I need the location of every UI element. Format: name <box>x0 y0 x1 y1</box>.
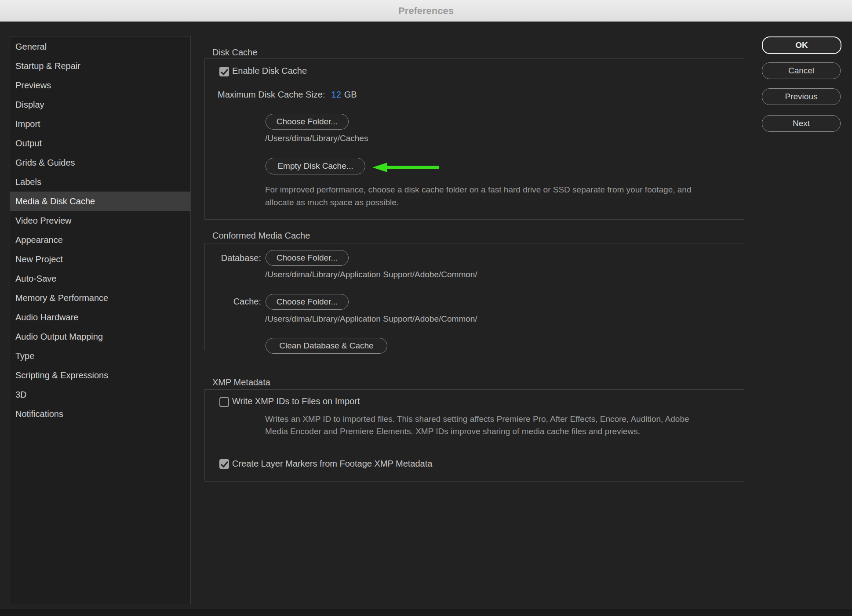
sidebar-item-media-disk-cache[interactable]: Media & Disk Cache <box>10 192 190 211</box>
sidebar-item-scripting-expressions[interactable]: Scripting & Expressions <box>10 366 190 385</box>
xmp-description-text: Writes an XMP ID to imported files. This… <box>265 413 709 438</box>
cache-path: /Users/dima/Library/Application Support/… <box>265 314 477 324</box>
sidebar-item-startup-repair[interactable]: Startup & Repair <box>10 56 190 76</box>
max-disk-cache-size-row: Maximum Disk Cache Size:12GB <box>218 90 357 100</box>
sidebar-item-type[interactable]: Type <box>10 346 190 366</box>
sidebar-item-notifications[interactable]: Notifications <box>10 404 190 424</box>
create-layer-markers-checkbox[interactable] <box>219 459 229 469</box>
preferences-dialog: Preferences General Startup & Repair Pre… <box>0 0 852 616</box>
write-xmp-ids-checkbox[interactable] <box>219 397 229 407</box>
disk-cache-choose-folder-button[interactable]: Choose Folder... <box>266 114 349 130</box>
sidebar-item-appearance[interactable]: Appearance <box>10 230 190 250</box>
disk-cache-section-title: Disk Cache <box>212 47 257 58</box>
enable-disk-cache-label[interactable]: Enable Disk Cache <box>232 66 307 76</box>
xmp-metadata-section-title: XMP Metadata <box>212 377 270 388</box>
sidebar-item-labels[interactable]: Labels <box>10 172 190 192</box>
sidebar-item-video-preview[interactable]: Video Preview <box>10 211 190 230</box>
clean-database-cache-button[interactable]: Clean Database & Cache <box>266 338 387 354</box>
cache-label: Cache: <box>209 297 261 307</box>
cancel-button[interactable]: Cancel <box>762 62 841 79</box>
window-bottom-edge <box>0 609 852 616</box>
sidebar-item-general[interactable]: General <box>10 37 190 56</box>
sidebar-item-new-project[interactable]: New Project <box>10 250 190 269</box>
sidebar-item-display[interactable]: Display <box>10 95 190 114</box>
sidebar-item-auto-save[interactable]: Auto-Save <box>10 269 190 288</box>
max-disk-cache-size-value[interactable]: 12 <box>331 90 341 99</box>
window-title: Preferences <box>398 5 454 17</box>
previous-button[interactable]: Previous <box>762 88 841 105</box>
next-button[interactable]: Next <box>762 115 841 132</box>
sidebar-item-memory-performance[interactable]: Memory & Performance <box>10 288 190 308</box>
empty-disk-cache-button[interactable]: Empty Disk Cache... <box>266 158 365 174</box>
database-label: Database: <box>209 253 261 263</box>
sidebar-item-3d[interactable]: 3D <box>10 385 190 404</box>
disk-cache-path: /Users/dima/Library/Caches <box>265 134 368 143</box>
cache-choose-folder-button[interactable]: Choose Folder... <box>266 294 349 310</box>
conformed-media-cache-section-title: Conformed Media Cache <box>212 231 310 241</box>
sidebar-item-grids-guides[interactable]: Grids & Guides <box>10 153 190 172</box>
database-path: /Users/dima/Library/Application Support/… <box>265 270 477 279</box>
sidebar-item-output[interactable]: Output <box>10 134 190 153</box>
database-choose-folder-button[interactable]: Choose Folder... <box>266 250 349 266</box>
annotation-arrow-left-icon <box>371 161 442 174</box>
ok-button[interactable]: OK <box>762 36 841 54</box>
sidebar-item-audio-output-mapping[interactable]: Audio Output Mapping <box>10 327 190 346</box>
conformed-media-cache-group: Database: Choose Folder... /Users/dima/L… <box>204 243 744 350</box>
enable-disk-cache-checkbox[interactable] <box>219 67 229 76</box>
preferences-sidebar: General Startup & Repair Previews Displa… <box>10 36 191 604</box>
max-disk-cache-size-unit: GB <box>344 90 357 99</box>
sidebar-item-import[interactable]: Import <box>10 114 190 134</box>
max-disk-cache-size-label: Maximum Disk Cache Size: <box>218 90 325 99</box>
xmp-metadata-group: Write XMP IDs to Files on Import Writes … <box>204 389 744 482</box>
sidebar-item-audio-hardware[interactable]: Audio Hardware <box>10 308 190 327</box>
write-xmp-ids-label[interactable]: Write XMP IDs to Files on Import <box>232 396 360 406</box>
disk-cache-help-text: For improved performance, choose a disk … <box>265 183 720 209</box>
sidebar-item-previews[interactable]: Previews <box>10 76 190 95</box>
title-bar: Preferences <box>0 0 852 22</box>
disk-cache-group: Enable Disk Cache Maximum Disk Cache Siz… <box>204 58 744 220</box>
create-layer-markers-label[interactable]: Create Layer Markers from Footage XMP Me… <box>232 459 432 469</box>
